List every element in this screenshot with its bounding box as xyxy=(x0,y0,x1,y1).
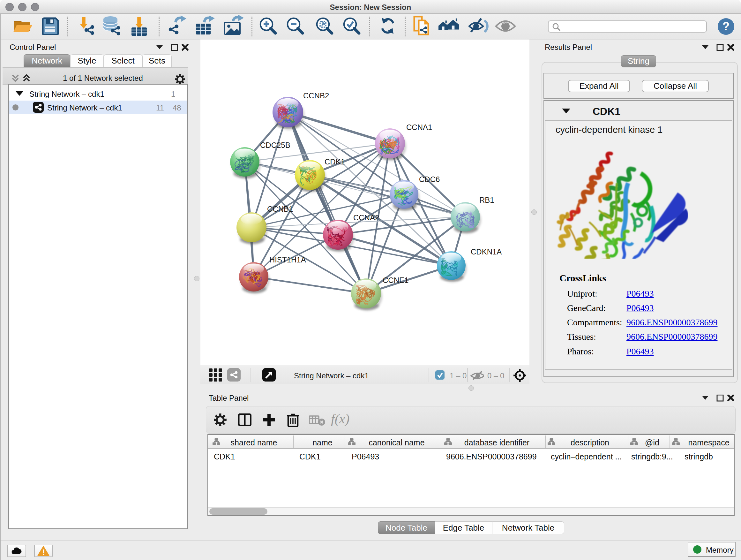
svg-text:CCNA1: CCNA1 xyxy=(406,123,432,132)
svg-text:RB1: RB1 xyxy=(479,196,494,204)
svg-text:CDC25B: CDC25B xyxy=(260,141,290,149)
svg-text:CCNA2: CCNA2 xyxy=(353,213,379,222)
svg-text:CCNB2: CCNB2 xyxy=(303,91,329,100)
svg-text:CDK1: CDK1 xyxy=(325,158,345,166)
svg-text:CDKN1A: CDKN1A xyxy=(471,247,502,256)
svg-text:CCNB1: CCNB1 xyxy=(267,205,293,213)
svg-text:HIST1H1A: HIST1H1A xyxy=(269,255,306,264)
svg-text:CCNE1: CCNE1 xyxy=(383,276,408,285)
svg-text:CDC6: CDC6 xyxy=(419,175,440,184)
